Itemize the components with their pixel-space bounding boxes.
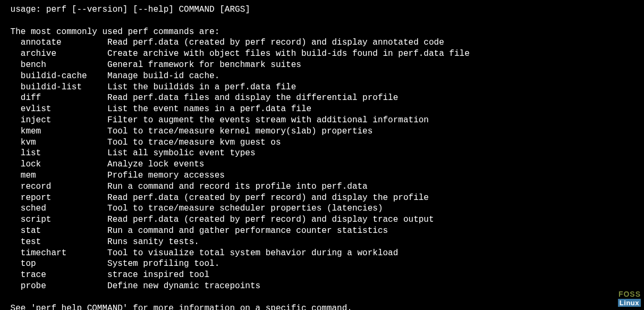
command-row: probeDefine new dynamic tracepoints xyxy=(5,281,639,292)
command-row: listList all symbolic event types xyxy=(5,148,639,159)
command-row: statRun a command and gather performance… xyxy=(5,225,639,237)
foss-linux-logo: FOSS Linux xyxy=(618,290,641,307)
command-description: Runs sanity tests. xyxy=(107,237,199,248)
command-indent xyxy=(5,126,21,137)
command-indent xyxy=(5,137,21,148)
logo-foss: FOSS xyxy=(618,290,641,298)
command-name: bench xyxy=(21,60,107,71)
command-name: report xyxy=(21,192,107,204)
command-row: archiveCreate archive with object files … xyxy=(5,48,639,60)
command-name: kvm xyxy=(21,137,107,148)
footer-help-line: See 'perf help COMMAND' for more informa… xyxy=(5,303,639,310)
command-row: benchGeneral framework for benchmark sui… xyxy=(5,60,639,71)
command-row: evlistList the event names in a perf.dat… xyxy=(5,104,639,115)
command-indent xyxy=(5,170,21,181)
command-row: testRuns sanity tests. xyxy=(5,237,639,248)
command-indent xyxy=(5,281,21,292)
commands-list: annotateRead perf.data (created by perf … xyxy=(5,37,639,291)
command-name: mem xyxy=(21,170,107,181)
command-description: Tool to trace/measure scheduler properti… xyxy=(107,203,383,214)
command-description: Tool to visualize total system behavior … xyxy=(107,248,398,259)
command-indent xyxy=(5,37,21,48)
command-name: trace xyxy=(21,270,107,281)
command-name: sched xyxy=(21,203,107,214)
command-indent xyxy=(5,181,21,192)
command-indent xyxy=(5,237,21,248)
command-description: System profiling tool. xyxy=(107,258,219,270)
command-row: scriptRead perf.data (created by perf re… xyxy=(5,214,639,225)
command-description: List all symbolic event types xyxy=(107,148,255,159)
command-name: lock xyxy=(21,159,107,170)
command-description: Manage build-id cache. xyxy=(107,71,219,82)
command-indent xyxy=(5,248,21,259)
command-row: buildid-listList the buildids in a perf.… xyxy=(5,82,639,93)
command-description: Create archive with object files with bu… xyxy=(107,48,470,60)
command-name: kmem xyxy=(21,126,107,137)
command-indent xyxy=(5,148,21,159)
command-description: Read perf.data (created by perf record) … xyxy=(107,37,444,48)
command-row: injectFilter to augment the events strea… xyxy=(5,115,639,126)
command-indent xyxy=(5,159,21,170)
command-row: memProfile memory accesses xyxy=(5,170,639,181)
command-indent xyxy=(5,225,21,237)
command-name: timechart xyxy=(21,248,107,259)
command-row: buildid-cacheManage build-id cache. xyxy=(5,71,639,82)
command-indent xyxy=(5,258,21,270)
command-name: test xyxy=(21,237,107,248)
command-name: top xyxy=(21,258,107,270)
command-name: script xyxy=(21,214,107,225)
command-name: evlist xyxy=(21,104,107,115)
blank-line xyxy=(5,292,639,303)
command-description: List the event names in a perf.data file xyxy=(107,104,311,115)
command-indent xyxy=(5,214,21,225)
command-row: tracestrace inspired tool xyxy=(5,270,639,281)
command-indent xyxy=(5,48,21,60)
command-description: Read perf.data (created by perf record) … xyxy=(107,214,434,225)
command-row: timechartTool to visualize total system … xyxy=(5,248,639,259)
commands-heading: The most commonly used perf commands are… xyxy=(5,27,639,38)
command-row: lockAnalyze lock events xyxy=(5,159,639,170)
command-name: inject xyxy=(21,115,107,126)
command-row: kmemTool to trace/measure kernel memory(… xyxy=(5,126,639,137)
command-row: reportRead perf.data (created by perf re… xyxy=(5,192,639,204)
command-name: probe xyxy=(21,281,107,292)
command-row: annotateRead perf.data (created by perf … xyxy=(5,37,639,48)
command-indent xyxy=(5,104,21,115)
command-description: Run a command and gather performance cou… xyxy=(107,225,388,237)
command-indent xyxy=(5,71,21,82)
command-description: Run a command and record its profile int… xyxy=(107,181,368,192)
command-description: Define new dynamic tracepoints xyxy=(107,281,260,292)
command-name: diff xyxy=(21,93,107,104)
command-indent xyxy=(5,82,21,93)
command-name: buildid-list xyxy=(21,82,107,93)
command-row: schedTool to trace/measure scheduler pro… xyxy=(5,203,639,214)
command-row: kvmTool to trace/measure kvm guest os xyxy=(5,137,639,148)
command-description: List the buildids in a perf.data file xyxy=(107,82,296,93)
command-indent xyxy=(5,192,21,204)
usage-line: usage: perf [--version] [--help] COMMAND… xyxy=(5,4,639,15)
command-description: Filter to augment the events stream with… xyxy=(107,115,429,126)
command-name: annotate xyxy=(21,37,107,48)
command-row: diffRead perf.data files and display the… xyxy=(5,93,639,104)
command-indent xyxy=(5,93,21,104)
command-description: strace inspired tool xyxy=(107,270,209,281)
command-name: record xyxy=(21,181,107,192)
command-name: list xyxy=(21,148,107,159)
command-indent xyxy=(5,60,21,71)
command-row: topSystem profiling tool. xyxy=(5,258,639,270)
command-description: Analyze lock events xyxy=(107,159,204,170)
command-description: Profile memory accesses xyxy=(107,170,225,181)
command-row: recordRun a command and record its profi… xyxy=(5,181,639,192)
command-description: Read perf.data (created by perf record) … xyxy=(107,192,429,204)
command-name: stat xyxy=(21,225,107,237)
command-description: Tool to trace/measure kvm guest os xyxy=(107,137,281,148)
command-indent xyxy=(5,270,21,281)
command-indent xyxy=(5,203,21,214)
command-indent xyxy=(5,115,21,126)
command-description: Tool to trace/measure kernel memory(slab… xyxy=(107,126,372,137)
command-description: General framework for benchmark suites xyxy=(107,60,301,71)
command-name: archive xyxy=(21,48,107,60)
command-name: buildid-cache xyxy=(21,71,107,82)
blank-line xyxy=(5,15,639,27)
command-description: Read perf.data files and display the dif… xyxy=(107,93,398,104)
